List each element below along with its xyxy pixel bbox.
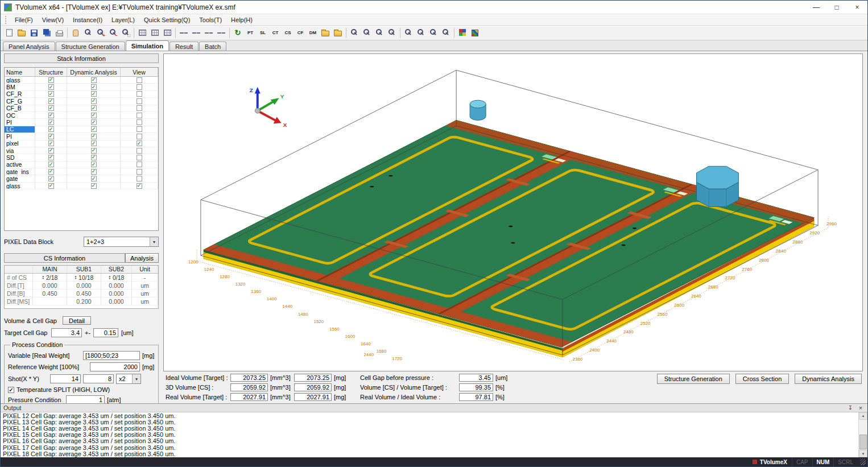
dynamic-analysis-checkbox[interactable]: ✓ xyxy=(91,169,97,175)
pixel-data-block-dropdown[interactable]: 1+2+3 xyxy=(84,237,159,247)
view-checkbox[interactable]: ✓ xyxy=(137,113,142,118)
tab-simulation[interactable]: Simulation xyxy=(126,40,169,51)
structure-checkbox[interactable]: ✓ xyxy=(48,134,54,139)
menu-layer-l[interactable]: Layer(L) xyxy=(107,15,139,24)
toolbar-button-zoom-region-2[interactable] xyxy=(361,27,373,39)
cross-section-button[interactable]: Cross Section xyxy=(735,374,789,384)
toolbar-button-tool-cf[interactable]: CF xyxy=(294,27,307,39)
scrollbar-track[interactable] xyxy=(859,420,867,450)
toolbar-button-tool-pt[interactable]: PT xyxy=(244,27,257,39)
toolbar-button-zoom-window[interactable] xyxy=(82,27,94,39)
dynamics-analysis-button[interactable]: Dynamics Analysis xyxy=(795,374,862,384)
toolbar-button-pair-display-4[interactable] xyxy=(215,27,228,39)
toolbar-button-grid-view[interactable] xyxy=(136,27,148,39)
structure-checkbox[interactable]: ✓ xyxy=(48,148,54,154)
dynamic-analysis-checkbox[interactable]: ✓ xyxy=(91,126,97,132)
toolbar-button-zoom-region-1[interactable] xyxy=(348,27,361,39)
dynamic-analysis-checkbox[interactable]: ✓ xyxy=(91,183,97,189)
structure-checkbox[interactable]: ✓ xyxy=(48,113,54,118)
toolbar-button-zoom-region-3[interactable] xyxy=(373,27,386,39)
toolbar-button-layer-table[interactable] xyxy=(148,27,161,39)
spinner-icon[interactable]: ▲▼ xyxy=(42,275,44,280)
view-checkbox[interactable]: ✓ xyxy=(137,77,142,83)
shot-multiplier-dropdown[interactable]: x2 xyxy=(116,374,141,384)
dynamic-analysis-checkbox[interactable]: ✓ xyxy=(91,140,97,146)
cs-value-sub1[interactable]: ▲▼10/18 xyxy=(67,274,101,282)
view-checkbox[interactable]: ✓ xyxy=(137,148,142,154)
toolbar-button-zoom-layer-4[interactable] xyxy=(440,27,452,39)
stack-row-name[interactable]: glass xyxy=(5,183,35,189)
toolbar-button-zoom-layer-3[interactable] xyxy=(427,27,440,39)
toolbar-button-zoom-fit[interactable]: □ xyxy=(119,27,132,39)
structure-checkbox[interactable]: ✓ xyxy=(48,183,54,189)
3d-viewport[interactable]: Z Y X 1200124012801320136014001440148015… xyxy=(163,53,863,371)
structure-checkbox[interactable]: ✓ xyxy=(48,169,54,175)
toolbar-button-pan-hand[interactable] xyxy=(69,27,82,39)
tab-structure-generation[interactable]: Structure Generation xyxy=(56,42,125,51)
structure-checkbox[interactable]: ✓ xyxy=(48,162,54,167)
analysis-button[interactable]: Analysis xyxy=(125,253,159,263)
spinner-icon[interactable]: ▲▼ xyxy=(109,275,111,280)
variable-weight-input[interactable] xyxy=(83,351,140,360)
toolbar-button-save-file[interactable] xyxy=(28,27,40,39)
menu-instance-i[interactable]: Instance(I) xyxy=(68,15,107,24)
dynamic-analysis-checkbox[interactable]: ✓ xyxy=(91,91,97,97)
scroll-down-icon[interactable] xyxy=(859,450,867,457)
toolbar-button-zoom-layer-2[interactable] xyxy=(415,27,427,39)
structure-checkbox[interactable]: ✓ xyxy=(48,98,54,104)
stack-row-name[interactable]: CF_G xyxy=(5,98,35,105)
view-checkbox[interactable]: ✓ xyxy=(137,140,142,146)
chevron-down-icon[interactable] xyxy=(132,374,140,383)
toolbar-button-folder-export-1[interactable] xyxy=(319,27,332,39)
stack-row-name[interactable]: LC xyxy=(5,126,35,133)
toolbar-button-zoom-in[interactable]: + xyxy=(94,27,107,39)
stack-row-name[interactable]: PI xyxy=(5,119,35,126)
temperature-split-checkbox[interactable]: ✓ xyxy=(8,387,14,393)
view-checkbox[interactable]: ✓ xyxy=(137,183,142,189)
dynamic-analysis-checkbox[interactable]: ✓ xyxy=(91,84,97,90)
cs-value-main[interactable]: ▲▼2/18 xyxy=(33,274,67,282)
structure-checkbox[interactable]: ✓ xyxy=(48,126,54,132)
dynamic-analysis-checkbox[interactable]: ✓ xyxy=(91,155,97,160)
view-checkbox[interactable]: ✓ xyxy=(137,126,142,132)
pin-icon[interactable] xyxy=(846,404,854,411)
view-checkbox[interactable]: ✓ xyxy=(137,98,142,104)
dynamic-analysis-checkbox[interactable]: ✓ xyxy=(91,113,97,118)
cell-gap-tolerance-input[interactable] xyxy=(93,328,118,337)
stack-row-name[interactable]: SD xyxy=(5,154,35,161)
structure-checkbox[interactable]: ✓ xyxy=(48,119,54,125)
stack-row-name[interactable]: gate xyxy=(5,175,35,182)
toolbar-button-pair-display-2[interactable] xyxy=(190,27,202,39)
minimize-button[interactable]: — xyxy=(806,1,826,14)
toolbar-button-save-all[interactable] xyxy=(40,27,53,39)
view-checkbox[interactable]: ✓ xyxy=(137,91,142,97)
view-checkbox[interactable]: ✓ xyxy=(137,169,142,175)
toolbar-button-zoom-layer-1[interactable] xyxy=(402,27,415,39)
view-checkbox[interactable]: ✓ xyxy=(137,155,142,160)
scrollbar-thumb[interactable] xyxy=(859,435,867,449)
shot-y-input[interactable] xyxy=(83,374,114,383)
structure-checkbox[interactable]: ✓ xyxy=(48,77,54,83)
menu-quick-setting-q[interactable]: Quick Setting(Q) xyxy=(139,15,195,24)
toolbar-button-palette[interactable] xyxy=(456,27,469,39)
scroll-up-icon[interactable] xyxy=(859,412,867,420)
stack-row-name[interactable]: CF_B xyxy=(5,105,35,112)
stack-row-name[interactable]: gate_ins xyxy=(5,168,35,175)
structure-generation-button[interactable]: Structure Generation xyxy=(657,374,730,384)
shot-x-input[interactable] xyxy=(50,374,81,383)
tab-panel-analysis[interactable]: Panel Analysis xyxy=(3,42,55,51)
dynamic-analysis-checkbox[interactable]: ✓ xyxy=(91,176,97,181)
stack-row-name[interactable]: BM xyxy=(5,84,35,90)
view-checkbox[interactable]: ✓ xyxy=(137,119,142,125)
dynamic-analysis-checkbox[interactable]: ✓ xyxy=(91,77,97,83)
pressure-input[interactable] xyxy=(66,395,105,403)
reference-weight-input[interactable] xyxy=(90,362,140,371)
toolbar-button-tool-sl[interactable]: SL xyxy=(257,27,269,39)
menu-file-f[interactable]: File(F) xyxy=(10,15,38,24)
stack-row-name[interactable]: CF_R xyxy=(5,91,35,98)
toolbar-button-new-file[interactable] xyxy=(3,27,15,39)
stack-row-name[interactable]: active xyxy=(5,162,35,168)
toolbar-button-color-matrix[interactable] xyxy=(469,27,481,39)
toolbar-button-pair-display-1[interactable] xyxy=(177,27,190,39)
toolbar-button-pixel-matrix[interactable] xyxy=(161,27,173,39)
